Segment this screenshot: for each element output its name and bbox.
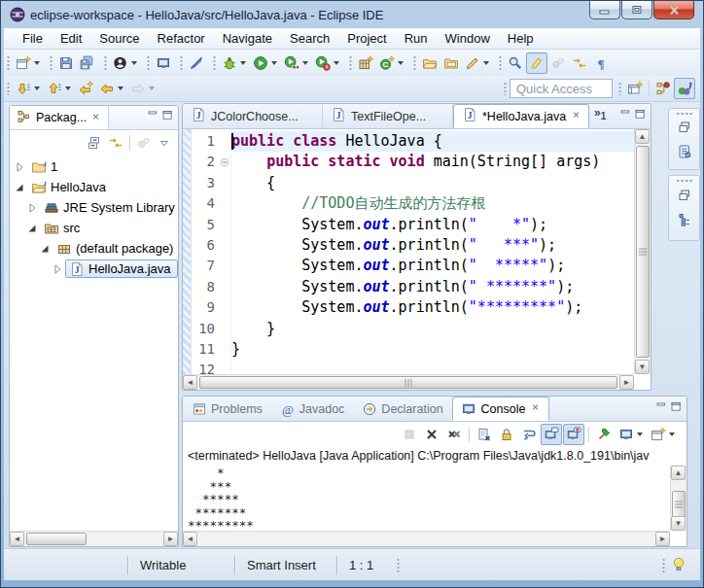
maximize-view-icon[interactable] <box>634 107 647 126</box>
word-wrap-button[interactable] <box>518 424 540 445</box>
editor-tab-1[interactable]: JJColorChoose... <box>183 104 323 128</box>
dropdown-arrow-icon[interactable] <box>669 432 675 436</box>
expand-twisty-icon[interactable] <box>50 261 65 277</box>
console-output[interactable]: * *** ***** **************** <box>183 466 670 531</box>
link-with-editor-button[interactable] <box>105 132 126 154</box>
focus-button[interactable] <box>133 132 155 154</box>
scroll-lock-button[interactable] <box>496 424 517 445</box>
restore-view-icon[interactable] <box>677 120 692 139</box>
occurrences-button[interactable] <box>547 52 569 74</box>
menu-edit[interactable]: Edit <box>52 28 90 49</box>
expand-twisty-icon[interactable] <box>24 200 40 216</box>
dropdown-arrow-icon[interactable] <box>118 86 123 90</box>
scroll-right-icon[interactable]: ► <box>655 532 670 546</box>
dropdown-arrow-icon[interactable] <box>302 61 308 65</box>
save-all-button[interactable] <box>77 52 98 74</box>
scroll-up-icon[interactable]: ▲ <box>671 466 686 480</box>
scroll-right-icon[interactable]: ► <box>163 532 178 546</box>
menu-help[interactable]: Help <box>499 28 543 49</box>
scroll-down-icon[interactable]: ▼ <box>635 360 650 374</box>
console-view-tab-problems[interactable]: Problems <box>183 397 271 421</box>
menu-refactor[interactable]: Refactor <box>149 28 214 49</box>
user-account-button[interactable] <box>110 52 141 74</box>
save-button[interactable] <box>55 52 77 74</box>
editor-tab-2[interactable]: JTextFileOpe... <box>323 104 453 128</box>
search-button[interactable] <box>505 52 526 74</box>
dropdown-arrow-icon[interactable] <box>398 61 404 65</box>
view-menu-button[interactable] <box>155 132 174 154</box>
quick-access-input[interactable] <box>510 79 613 98</box>
expand-twisty-icon[interactable] <box>12 159 27 175</box>
close-button[interactable] <box>653 1 694 19</box>
package-explorer-hscrollbar[interactable]: ◄ ► <box>10 531 178 546</box>
scroll-left-icon[interactable]: ◄ <box>183 532 197 546</box>
remote-console-button[interactable] <box>153 52 174 74</box>
package-explorer-tab[interactable]: Packag... <box>10 106 109 129</box>
scroll-left-icon[interactable]: ◄ <box>183 375 197 390</box>
outline-icon[interactable] <box>677 212 692 231</box>
scroll-down-icon[interactable]: ▼ <box>671 516 686 531</box>
minimize-button[interactable] <box>589 1 620 19</box>
dropdown-arrow-icon[interactable] <box>34 61 40 65</box>
last-edit-location-button[interactable] <box>75 78 96 99</box>
java-perspective-button[interactable]: J <box>674 78 695 99</box>
pin-console-button[interactable] <box>593 424 615 445</box>
annotation-ruler[interactable] <box>183 129 192 374</box>
restore-button[interactable] <box>621 1 652 19</box>
hidden-editors-chevron[interactable]: »1 <box>589 104 611 128</box>
console-view-tab-console[interactable]: Console <box>452 397 550 421</box>
dropdown-arrow-icon[interactable] <box>149 86 155 90</box>
clear-console-button[interactable] <box>474 424 495 445</box>
mark-occurrences-button[interactable] <box>526 52 547 74</box>
tab-close-icon[interactable] <box>571 107 581 125</box>
scrollbar-thumb[interactable] <box>672 491 686 518</box>
terminate-button[interactable] <box>399 424 420 445</box>
menu-navigate[interactable]: Navigate <box>214 28 281 49</box>
restore-view-icon[interactable] <box>677 188 692 207</box>
editor-tab-3[interactable]: J*HelloJava.java <box>453 104 589 128</box>
menu-run[interactable]: Run <box>396 28 437 49</box>
open-resource-button[interactable] <box>440 52 462 74</box>
tree-item-jre-system-library[interactable]: JRE System Library <box>10 197 178 218</box>
tree-item-default-package[interactable]: (default package) <box>10 238 178 259</box>
menu-project[interactable]: Project <box>338 28 395 49</box>
coverage-button[interactable] <box>281 52 312 74</box>
tree-item-hellojava-java[interactable]: JHelloJava.java <box>10 259 178 279</box>
show-stdout-button[interactable] <box>541 424 562 445</box>
debug-perspective-button[interactable] <box>652 78 674 99</box>
code-editor[interactable]: public class HelloJava { public static v… <box>231 129 634 374</box>
scrollbar-thumb[interactable] <box>26 533 87 545</box>
dropdown-arrow-icon[interactable] <box>240 61 246 65</box>
dropdown-arrow-icon[interactable] <box>334 61 339 65</box>
task-list-icon[interactable] <box>677 144 692 163</box>
collapse-twisty-icon[interactable] <box>12 180 27 195</box>
minimize-view-icon[interactable] <box>655 399 668 419</box>
collapse-twisty-icon[interactable] <box>37 241 53 257</box>
dropdown-arrow-icon[interactable] <box>637 432 643 436</box>
stack-gripper[interactable] <box>676 112 693 115</box>
maximize-view-icon[interactable] <box>670 399 683 419</box>
scroll-left-icon[interactable]: ◄ <box>10 532 24 546</box>
console-hscrollbar[interactable]: ◄ ► <box>183 531 670 546</box>
profile-button[interactable] <box>312 52 343 74</box>
console-vscrollbar[interactable]: ▲ ▼ <box>670 466 686 531</box>
back-button[interactable] <box>96 78 127 99</box>
dropdown-arrow-icon[interactable] <box>34 86 40 90</box>
console-view-tab-declaration[interactable]: Declaration <box>353 397 451 421</box>
scrollbar-thumb[interactable] <box>636 146 650 358</box>
minimize-view-icon[interactable] <box>147 108 159 127</box>
forward-button[interactable] <box>127 78 158 99</box>
tab-close-icon[interactable] <box>530 399 541 418</box>
tree-item-hellojava[interactable]: JHelloJava <box>10 177 178 197</box>
menu-search[interactable]: Search <box>281 28 338 49</box>
stack-gripper[interactable] <box>676 179 693 183</box>
link-editor-2-button[interactable] <box>569 52 590 74</box>
open-console-button[interactable] <box>648 424 679 445</box>
show-whitespace-button[interactable]: ¶ <box>590 52 612 74</box>
scroll-up-icon[interactable]: ▲ <box>635 129 650 144</box>
debug-button[interactable] <box>219 52 250 74</box>
open-folder-button[interactable] <box>419 52 440 74</box>
minimize-view-icon[interactable] <box>619 107 632 126</box>
new-wizard-button[interactable] <box>13 52 44 74</box>
dropdown-arrow-icon[interactable] <box>131 61 137 65</box>
